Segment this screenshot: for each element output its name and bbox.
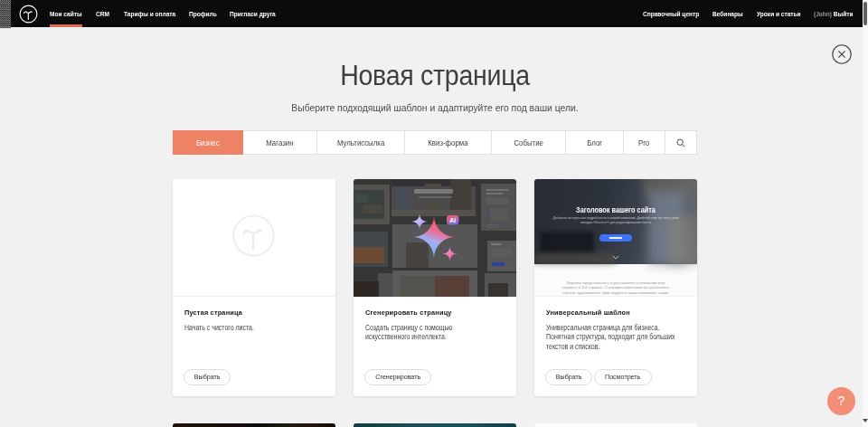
svg-text:AI: AI xyxy=(449,217,456,223)
